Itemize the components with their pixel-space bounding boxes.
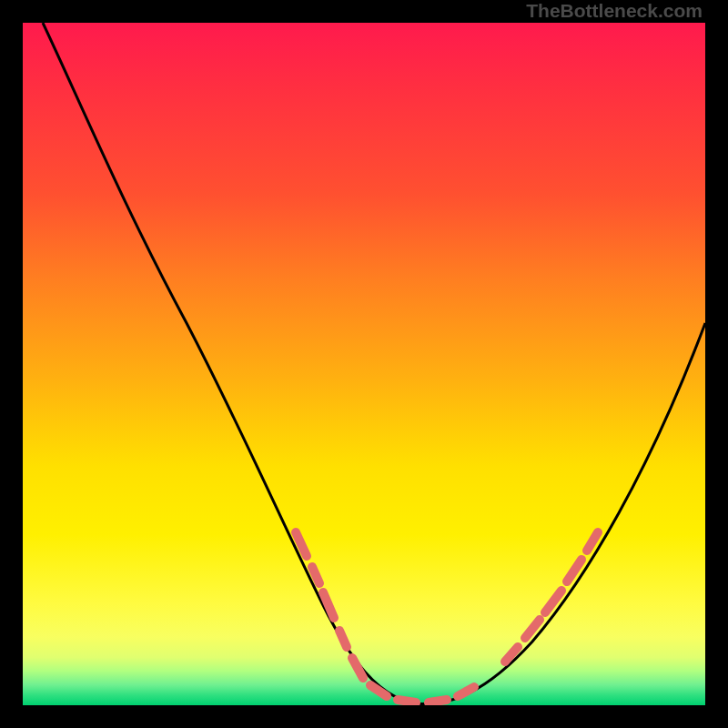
dashed-overlay-right (505, 532, 598, 662)
svg-line-8 (458, 687, 474, 696)
svg-line-13 (587, 532, 598, 551)
svg-line-6 (398, 700, 416, 703)
plot-area (23, 23, 705, 705)
dashed-overlay-left (296, 532, 363, 678)
svg-line-2 (323, 592, 334, 618)
chart-frame: TheBottleneck.com (0, 0, 728, 728)
watermark-text: TheBottleneck.com (526, 0, 703, 22)
bottleneck-curve (43, 23, 705, 704)
svg-line-3 (339, 631, 347, 647)
dashed-overlay-bottom (370, 685, 474, 703)
svg-line-1 (312, 567, 319, 583)
svg-line-4 (352, 658, 363, 678)
curve-layer (23, 23, 705, 705)
svg-line-5 (370, 685, 387, 696)
svg-line-7 (429, 700, 447, 703)
